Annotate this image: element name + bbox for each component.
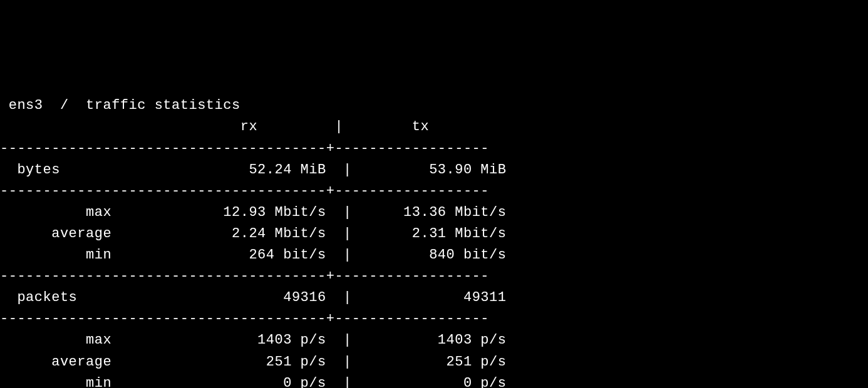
divider: --------------------------------------+-… [0, 141, 489, 156]
breadcrumb-sep: / [60, 98, 69, 113]
bytes-min-tx: 840 bit/s [361, 247, 507, 263]
packets-avg-label: average [9, 354, 111, 370]
col-sep: | [334, 119, 343, 135]
terminal-line: average 251 p/s | 251 p/s [0, 352, 868, 373]
bytes-max-label: max [9, 205, 111, 220]
col-sep: | [343, 205, 352, 220]
bytes-label: bytes [17, 162, 111, 178]
interface-name: ens3 [9, 98, 43, 113]
col-sep: | [343, 162, 352, 178]
terminal-line: --------------------------------------+-… [0, 181, 868, 202]
col-sep: | [343, 247, 352, 263]
bytes-rx: 52.24 MiB [111, 162, 326, 178]
bytes-max-rx: 12.93 Mbit/s [111, 205, 326, 220]
packets-tx: 49311 [361, 290, 507, 305]
bytes-min-label: min [9, 247, 111, 263]
col-sep: | [343, 332, 352, 348]
terminal-line: min 264 bit/s | 840 bit/s [0, 245, 868, 266]
col-sep: | [343, 375, 352, 388]
terminal-line: min 0 p/s | 0 p/s [0, 373, 868, 388]
bytes-avg-rx: 2.24 Mbit/s [111, 226, 326, 242]
packets-max-tx: 1403 p/s [361, 332, 507, 348]
col-sep: | [343, 354, 352, 370]
terminal-line: max 12.93 Mbit/s | 13.36 Mbit/s [0, 202, 868, 223]
bytes-min-rx: 264 bit/s [111, 247, 326, 263]
packets-label: packets [17, 290, 111, 305]
bytes-avg-tx: 2.31 Mbit/s [361, 226, 507, 242]
bytes-max-tx: 13.36 Mbit/s [361, 205, 507, 220]
packets-avg-tx: 251 p/s [361, 354, 507, 370]
col-tx-header: tx [343, 119, 429, 135]
packets-min-rx: 0 p/s [111, 375, 326, 388]
page-title: traffic statistics [86, 98, 240, 113]
terminal-output: ens3 / traffic statistics rx | tx-------… [0, 95, 868, 388]
bytes-avg-label: average [9, 226, 111, 242]
packets-avg-rx: 251 p/s [111, 354, 326, 370]
terminal-line: bytes 52.24 MiB | 53.90 MiB [0, 160, 868, 181]
bytes-tx: 53.90 MiB [361, 162, 507, 178]
divider: --------------------------------------+-… [0, 183, 489, 199]
terminal-line: packets 49316 | 49311 [0, 287, 868, 309]
packets-min-tx: 0 p/s [361, 375, 507, 388]
divider: --------------------------------------+-… [0, 268, 489, 284]
terminal-line: --------------------------------------+-… [0, 309, 868, 330]
packets-max-label: max [9, 332, 111, 348]
terminal-line: --------------------------------------+-… [0, 266, 868, 287]
col-rx-header: rx [111, 119, 326, 135]
col-sep: | [343, 290, 352, 305]
terminal-line: --------------------------------------+-… [0, 138, 868, 160]
terminal-line: ens3 / traffic statistics [0, 95, 868, 116]
packets-rx: 49316 [111, 290, 326, 305]
packets-min-label: min [9, 375, 111, 388]
divider: --------------------------------------+-… [0, 311, 489, 327]
terminal-line: rx | tx [0, 116, 868, 138]
terminal-line: average 2.24 Mbit/s | 2.31 Mbit/s [0, 223, 868, 245]
terminal-line: max 1403 p/s | 1403 p/s [0, 330, 868, 351]
col-sep: | [343, 226, 352, 242]
packets-max-rx: 1403 p/s [111, 332, 326, 348]
